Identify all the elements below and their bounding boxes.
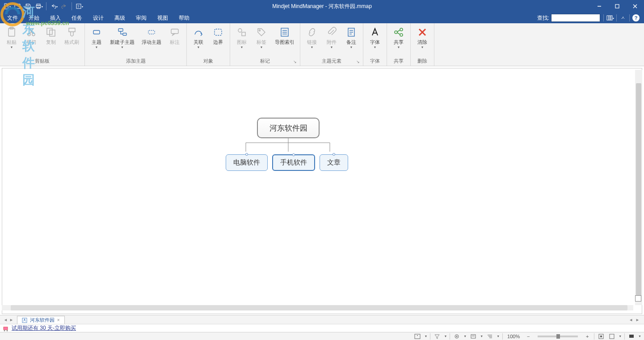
level-dropdown-icon[interactable]: ▼ [497,335,500,338]
menu-review[interactable]: 审阅 [130,13,152,23]
dropdown-icon[interactable]: ▼ [421,46,424,49]
close-button[interactable] [626,0,644,13]
detail-icon[interactable] [469,333,477,340]
notes-icon [345,26,358,38]
presentation-dropdown-icon[interactable]: ▼ [638,335,641,338]
navigation-overview-icon[interactable] [635,295,641,302]
trial-link[interactable]: 试用期还有 30 天-立即购买 [12,324,76,332]
vertical-scrollbar[interactable] [635,70,642,305]
dialog-launcher-icon[interactable]: ↘ [356,60,362,65]
menu-home[interactable]: 开始 [23,13,45,23]
save-icon[interactable] [23,1,33,11]
menu-task[interactable]: 任务 [66,13,88,23]
menu-help[interactable]: 帮助 [173,13,195,23]
clear-button[interactable]: 清除▼ [412,24,432,58]
hyperlink-icon [306,26,318,38]
redo-icon[interactable] [59,1,69,11]
view-dropdown-icon[interactable]: ▼ [424,335,427,338]
help-icon[interactable]: ? [631,13,640,22]
tab-close-icon[interactable]: × [57,318,60,323]
subtopic-1[interactable]: 手机软件 [272,154,315,171]
minimize-button[interactable] [590,0,608,13]
svg-point-39 [400,34,403,36]
tab-scroll-right-icon[interactable]: ► [636,318,640,322]
dropdown-icon[interactable]: ▼ [121,46,124,49]
menu-advanced[interactable]: 高级 [109,13,130,23]
task-pane-icon[interactable]: ▾ [606,13,615,22]
filter-dropdown-icon[interactable]: ▼ [444,335,447,338]
menu-design[interactable]: 设计 [88,13,109,23]
subtopic-0[interactable]: 电脑软件 [226,154,268,171]
zoom-in-icon[interactable]: + [583,333,591,340]
filter-icon[interactable] [433,333,441,340]
svg-point-52 [417,335,418,336]
floating-topic-button[interactable]: 浮动主题 [138,24,165,58]
relationship-button[interactable]: 关联▼ [189,24,208,58]
help-dropdown-icon[interactable]: ?▾ [74,1,84,11]
topic-handle[interactable] [245,153,248,156]
menu-insert[interactable]: 插入 [45,13,66,23]
menu-file[interactable]: 文件 [0,13,23,23]
search-dropdown-icon[interactable]: ▼ [596,17,599,20]
dropdown-icon[interactable]: ▼ [311,46,314,49]
new-file-icon[interactable]: ▾ [2,1,12,11]
scroll-thumb[interactable] [11,305,627,310]
fit-icon[interactable] [597,333,605,340]
clear-icon [416,26,429,38]
zoom-slider[interactable] [538,336,578,337]
tab-scroll-left-icon[interactable]: ◄ [629,318,633,322]
document-tab[interactable]: 河东软件园 × [17,316,65,324]
presentation-icon[interactable] [627,333,636,340]
menu-view[interactable]: 视图 [152,13,173,23]
undo-icon[interactable]: ▾ [49,1,59,11]
dropdown-icon[interactable]: ▼ [397,46,400,49]
tab-nav-left: ◄ ► [0,318,17,322]
dropdown-icon[interactable]: ▼ [10,46,13,49]
subtopic-button[interactable]: 新建子主题▼ [106,24,138,58]
expand-dropdown-icon[interactable]: ▼ [463,335,467,338]
separator [603,14,604,21]
topic-handle[interactable] [292,153,295,156]
scroll-thumb[interactable] [636,83,641,298]
zoom-thumb[interactable] [556,334,560,339]
horizontal-scrollbar[interactable] [2,305,633,310]
svg-rect-63 [610,334,614,339]
open-file-icon[interactable] [13,1,22,11]
share-button[interactable]: 共享▼ [389,24,408,58]
share-icon [392,26,405,38]
button-label: 图标 [237,39,247,45]
topic-handle[interactable] [333,153,335,156]
central-topic[interactable]: 河东软件园 [257,118,320,138]
dropdown-icon[interactable]: ▼ [374,46,377,49]
topic-button[interactable]: 主题▼ [87,24,106,58]
notes-button[interactable]: 备注▼ [341,24,361,58]
maximize-button[interactable] [608,0,626,13]
svg-rect-51 [415,334,420,339]
search-input[interactable] [551,14,600,22]
dropdown-icon[interactable]: ▼ [330,46,333,49]
collapse-ribbon-icon[interactable]: ㅅ [619,13,627,22]
fit-dropdown-icon[interactable]: ▼ [619,335,622,338]
dropdown-icon[interactable]: ▼ [95,46,98,49]
expand-icon[interactable] [453,333,461,340]
print-icon[interactable]: ▾ [34,1,44,11]
subtopic-2[interactable]: 文章 [320,154,348,171]
font-button[interactable]: 字体▼ [365,24,385,58]
dropdown-icon[interactable]: ▼ [260,46,263,49]
dropdown-icon[interactable]: ▼ [350,46,353,49]
detail-dropdown-icon[interactable]: ▼ [480,335,483,338]
tab-next-icon[interactable]: ► [9,318,13,322]
dialog-launcher-icon[interactable]: ↘ [293,60,299,65]
zoom-level[interactable]: 100% [505,334,522,339]
dropdown-icon[interactable]: ▼ [197,46,200,49]
level-icon[interactable] [486,333,494,340]
view-map-icon[interactable] [413,333,421,340]
dropdown-icon[interactable]: ▼ [240,46,244,49]
canvas[interactable]: 河东软件园 电脑软件手机软件文章 [2,68,642,314]
boundary-button[interactable]: 边界 [208,24,228,58]
zoom-out-icon[interactable]: − [524,333,532,340]
tab-prev-icon[interactable]: ◄ [4,318,8,322]
svg-point-28 [259,30,261,31]
fit-selection-icon[interactable] [608,333,616,340]
map-index-button[interactable]: 导图索引 [271,24,298,58]
